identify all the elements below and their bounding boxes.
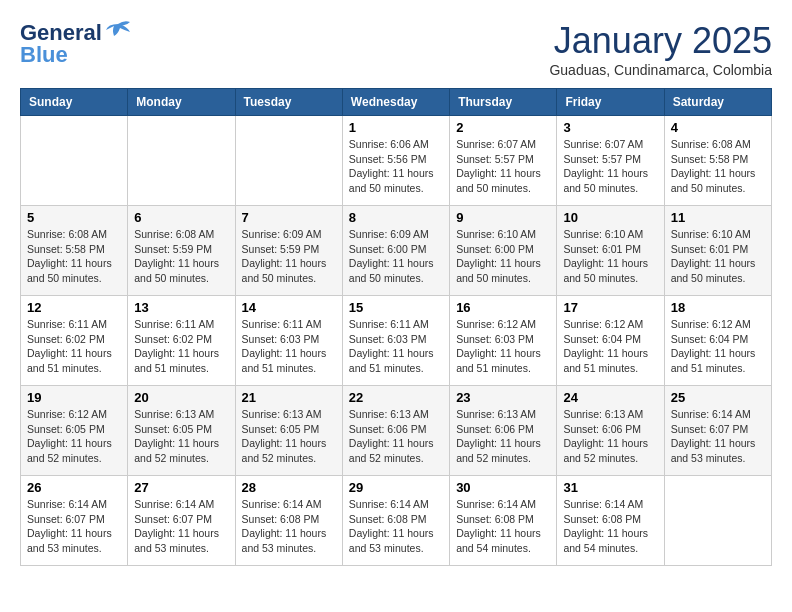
day-info: Sunrise: 6:14 AMSunset: 6:08 PMDaylight:… — [242, 497, 336, 556]
day-info: Sunrise: 6:08 AMSunset: 5:58 PMDaylight:… — [671, 137, 765, 196]
calendar-cell: 25Sunrise: 6:14 AMSunset: 6:07 PMDayligh… — [664, 386, 771, 476]
day-number: 24 — [563, 390, 657, 405]
day-number: 6 — [134, 210, 228, 225]
day-number: 22 — [349, 390, 443, 405]
day-number: 3 — [563, 120, 657, 135]
day-info: Sunrise: 6:12 AMSunset: 6:03 PMDaylight:… — [456, 317, 550, 376]
day-info: Sunrise: 6:14 AMSunset: 6:08 PMDaylight:… — [349, 497, 443, 556]
day-number: 9 — [456, 210, 550, 225]
day-info: Sunrise: 6:11 AMSunset: 6:03 PMDaylight:… — [349, 317, 443, 376]
calendar-cell: 10Sunrise: 6:10 AMSunset: 6:01 PMDayligh… — [557, 206, 664, 296]
day-number: 13 — [134, 300, 228, 315]
day-number: 2 — [456, 120, 550, 135]
calendar-week-row: 26Sunrise: 6:14 AMSunset: 6:07 PMDayligh… — [21, 476, 772, 566]
weekday-header-sunday: Sunday — [21, 89, 128, 116]
calendar-cell: 15Sunrise: 6:11 AMSunset: 6:03 PMDayligh… — [342, 296, 449, 386]
calendar-cell — [21, 116, 128, 206]
calendar-week-row: 12Sunrise: 6:11 AMSunset: 6:02 PMDayligh… — [21, 296, 772, 386]
calendar-cell: 26Sunrise: 6:14 AMSunset: 6:07 PMDayligh… — [21, 476, 128, 566]
day-number: 10 — [563, 210, 657, 225]
logo-bird-icon — [104, 20, 132, 42]
weekday-header-saturday: Saturday — [664, 89, 771, 116]
calendar-week-row: 5Sunrise: 6:08 AMSunset: 5:58 PMDaylight… — [21, 206, 772, 296]
day-number: 25 — [671, 390, 765, 405]
day-number: 5 — [27, 210, 121, 225]
calendar-cell: 23Sunrise: 6:13 AMSunset: 6:06 PMDayligh… — [450, 386, 557, 476]
weekday-header-thursday: Thursday — [450, 89, 557, 116]
day-number: 19 — [27, 390, 121, 405]
day-info: Sunrise: 6:14 AMSunset: 6:07 PMDaylight:… — [671, 407, 765, 466]
day-number: 11 — [671, 210, 765, 225]
day-info: Sunrise: 6:07 AMSunset: 5:57 PMDaylight:… — [456, 137, 550, 196]
calendar-table: SundayMondayTuesdayWednesdayThursdayFrid… — [20, 88, 772, 566]
day-number: 12 — [27, 300, 121, 315]
weekday-header-row: SundayMondayTuesdayWednesdayThursdayFrid… — [21, 89, 772, 116]
calendar-cell: 3Sunrise: 6:07 AMSunset: 5:57 PMDaylight… — [557, 116, 664, 206]
calendar-cell: 7Sunrise: 6:09 AMSunset: 5:59 PMDaylight… — [235, 206, 342, 296]
calendar-cell: 20Sunrise: 6:13 AMSunset: 6:05 PMDayligh… — [128, 386, 235, 476]
calendar-cell — [664, 476, 771, 566]
calendar-cell: 18Sunrise: 6:12 AMSunset: 6:04 PMDayligh… — [664, 296, 771, 386]
day-number: 17 — [563, 300, 657, 315]
day-number: 20 — [134, 390, 228, 405]
day-info: Sunrise: 6:14 AMSunset: 6:08 PMDaylight:… — [563, 497, 657, 556]
calendar-cell: 5Sunrise: 6:08 AMSunset: 5:58 PMDaylight… — [21, 206, 128, 296]
day-info: Sunrise: 6:10 AMSunset: 6:01 PMDaylight:… — [563, 227, 657, 286]
day-number: 18 — [671, 300, 765, 315]
calendar-cell: 9Sunrise: 6:10 AMSunset: 6:00 PMDaylight… — [450, 206, 557, 296]
day-info: Sunrise: 6:12 AMSunset: 6:04 PMDaylight:… — [563, 317, 657, 376]
calendar-cell: 6Sunrise: 6:08 AMSunset: 5:59 PMDaylight… — [128, 206, 235, 296]
day-number: 23 — [456, 390, 550, 405]
day-number: 1 — [349, 120, 443, 135]
day-number: 4 — [671, 120, 765, 135]
day-number: 8 — [349, 210, 443, 225]
day-info: Sunrise: 6:10 AMSunset: 6:01 PMDaylight:… — [671, 227, 765, 286]
calendar-cell: 22Sunrise: 6:13 AMSunset: 6:06 PMDayligh… — [342, 386, 449, 476]
day-info: Sunrise: 6:11 AMSunset: 6:02 PMDaylight:… — [27, 317, 121, 376]
day-info: Sunrise: 6:13 AMSunset: 6:05 PMDaylight:… — [242, 407, 336, 466]
calendar-cell: 24Sunrise: 6:13 AMSunset: 6:06 PMDayligh… — [557, 386, 664, 476]
day-info: Sunrise: 6:13 AMSunset: 6:06 PMDaylight:… — [456, 407, 550, 466]
day-number: 14 — [242, 300, 336, 315]
calendar-cell: 27Sunrise: 6:14 AMSunset: 6:07 PMDayligh… — [128, 476, 235, 566]
day-info: Sunrise: 6:10 AMSunset: 6:00 PMDaylight:… — [456, 227, 550, 286]
calendar-cell: 8Sunrise: 6:09 AMSunset: 6:00 PMDaylight… — [342, 206, 449, 296]
day-info: Sunrise: 6:14 AMSunset: 6:07 PMDaylight:… — [134, 497, 228, 556]
day-number: 21 — [242, 390, 336, 405]
day-number: 30 — [456, 480, 550, 495]
calendar-cell: 29Sunrise: 6:14 AMSunset: 6:08 PMDayligh… — [342, 476, 449, 566]
day-number: 26 — [27, 480, 121, 495]
calendar-cell: 21Sunrise: 6:13 AMSunset: 6:05 PMDayligh… — [235, 386, 342, 476]
calendar-cell: 2Sunrise: 6:07 AMSunset: 5:57 PMDaylight… — [450, 116, 557, 206]
day-info: Sunrise: 6:13 AMSunset: 6:06 PMDaylight:… — [563, 407, 657, 466]
day-number: 27 — [134, 480, 228, 495]
day-info: Sunrise: 6:07 AMSunset: 5:57 PMDaylight:… — [563, 137, 657, 196]
calendar-cell: 11Sunrise: 6:10 AMSunset: 6:01 PMDayligh… — [664, 206, 771, 296]
weekday-header-wednesday: Wednesday — [342, 89, 449, 116]
day-info: Sunrise: 6:06 AMSunset: 5:56 PMDaylight:… — [349, 137, 443, 196]
day-info: Sunrise: 6:09 AMSunset: 6:00 PMDaylight:… — [349, 227, 443, 286]
day-info: Sunrise: 6:13 AMSunset: 6:06 PMDaylight:… — [349, 407, 443, 466]
logo: General Blue — [20, 20, 132, 68]
day-number: 29 — [349, 480, 443, 495]
calendar-cell: 19Sunrise: 6:12 AMSunset: 6:05 PMDayligh… — [21, 386, 128, 476]
calendar-cell: 17Sunrise: 6:12 AMSunset: 6:04 PMDayligh… — [557, 296, 664, 386]
weekday-header-tuesday: Tuesday — [235, 89, 342, 116]
day-info: Sunrise: 6:08 AMSunset: 5:59 PMDaylight:… — [134, 227, 228, 286]
location-subtitle: Guaduas, Cundinamarca, Colombia — [549, 62, 772, 78]
day-info: Sunrise: 6:14 AMSunset: 6:07 PMDaylight:… — [27, 497, 121, 556]
day-info: Sunrise: 6:11 AMSunset: 6:02 PMDaylight:… — [134, 317, 228, 376]
day-info: Sunrise: 6:12 AMSunset: 6:05 PMDaylight:… — [27, 407, 121, 466]
day-number: 16 — [456, 300, 550, 315]
calendar-cell: 28Sunrise: 6:14 AMSunset: 6:08 PMDayligh… — [235, 476, 342, 566]
calendar-cell: 12Sunrise: 6:11 AMSunset: 6:02 PMDayligh… — [21, 296, 128, 386]
weekday-header-monday: Monday — [128, 89, 235, 116]
month-title: January 2025 — [549, 20, 772, 62]
day-info: Sunrise: 6:09 AMSunset: 5:59 PMDaylight:… — [242, 227, 336, 286]
calendar-cell: 31Sunrise: 6:14 AMSunset: 6:08 PMDayligh… — [557, 476, 664, 566]
day-info: Sunrise: 6:13 AMSunset: 6:05 PMDaylight:… — [134, 407, 228, 466]
title-block: January 2025 Guaduas, Cundinamarca, Colo… — [549, 20, 772, 78]
calendar-cell: 16Sunrise: 6:12 AMSunset: 6:03 PMDayligh… — [450, 296, 557, 386]
day-number: 7 — [242, 210, 336, 225]
day-info: Sunrise: 6:08 AMSunset: 5:58 PMDaylight:… — [27, 227, 121, 286]
